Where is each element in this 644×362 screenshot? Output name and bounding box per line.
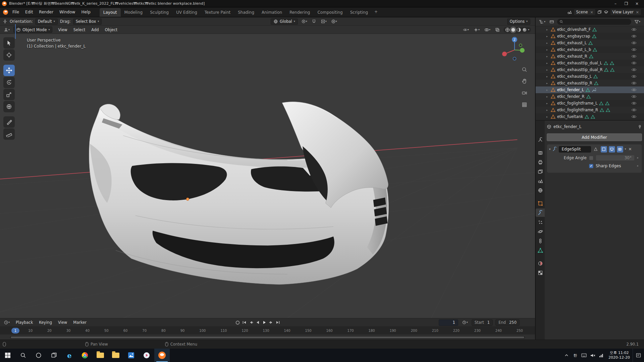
eye-visibility-icon[interactable] [631,28,637,31]
shading-solid-button[interactable] [511,27,516,32]
measure-tool[interactable] [3,128,15,140]
current-frame-field[interactable]: 1 [439,319,458,326]
tab-texture-paint[interactable]: Texture Paint [201,8,234,17]
tab-modifiers[interactable] [536,208,545,217]
object-visibility-dropdown[interactable]: ▾ [462,26,470,33]
file-explorer-icon[interactable] [93,349,108,362]
prev-keyframe-button[interactable] [249,320,253,324]
tab-sculpting[interactable]: Sculpting [146,8,172,17]
eye-visibility-icon[interactable] [631,108,637,112]
overlays-dropdown[interactable]: ▾ [483,26,491,33]
timeline-menu-marker[interactable]: Marker [70,320,90,325]
zoom-icon[interactable] [521,66,528,73]
disclosure-icon[interactable]: ▸ [546,109,549,112]
close-button[interactable]: × [632,0,642,7]
shading-wireframe-button[interactable] [505,27,510,32]
tab-scene[interactable] [536,177,545,185]
show-hidden-icons-chevron[interactable] [562,349,571,362]
outliner-item[interactable]: ▸ etkc_fender_L [536,86,644,93]
eye-visibility-icon[interactable] [631,35,637,38]
eye-visibility-icon[interactable] [631,41,637,45]
render-display-toggle[interactable] [617,146,623,153]
animate-dot-icon[interactable] [637,165,638,167]
gizmo-negative-z-axis[interactable] [513,57,516,60]
eye-visibility-icon[interactable] [631,68,637,71]
options-dropdown[interactable]: Options▾ [507,18,530,25]
play-reverse-button[interactable] [256,320,260,324]
tab-shading[interactable]: Shading [234,8,258,17]
tab-object-data[interactable] [536,246,545,254]
disclosure-icon[interactable]: ▸ [546,28,549,31]
network-icon[interactable] [597,349,606,362]
tab-scripting[interactable]: Scripting [346,8,372,17]
editor-type-dropdown[interactable]: ▾ [3,26,11,33]
viewport-menu-add[interactable]: Add [88,27,102,32]
disclosure-icon[interactable]: ▸ [546,62,549,65]
proportional-editing-dropdown[interactable]: ▾ [330,18,338,25]
outliner-item[interactable]: ▸ etkc_exhausttip_dual_R [536,66,644,73]
volume-muted-icon[interactable] [588,349,597,362]
edit-mode-toggle[interactable] [601,146,607,153]
scene-selector[interactable]: Scene× [574,9,595,15]
tab-output[interactable] [536,158,545,166]
xray-toggle[interactable] [494,26,501,33]
outliner-item[interactable]: ▸ etkc_exhausttip_L [536,73,644,80]
animate-dot-icon[interactable] [637,157,638,159]
action-center-button[interactable] [633,349,644,362]
select-box-tool[interactable] [3,37,15,49]
tab-rendering[interactable]: Rendering [286,8,314,17]
timeline-menu-view[interactable]: View [55,320,70,325]
sharp-edges-checkbox[interactable]: ✔ [589,164,593,168]
playhead-marker[interactable]: 1 [11,328,19,334]
delete-modifier-icon[interactable]: ✕ [629,147,632,152]
disclosure-icon[interactable]: ▸ [546,95,549,98]
outliner-search-input[interactable] [557,19,631,25]
disclosure-icon[interactable]: ▸ [546,82,549,85]
eye-visibility-icon[interactable] [631,48,637,51]
modifier-extras-dropdown[interactable]: ▾ [625,148,626,150]
eye-visibility-icon[interactable] [631,75,637,78]
rotate-tool[interactable] [3,77,15,88]
tab-material[interactable] [536,259,545,267]
disclosure-icon[interactable]: ▸ [546,115,549,118]
pivot-point-dropdown[interactable]: ▾ [300,18,308,25]
viewport-menu-object[interactable]: Object [102,27,120,32]
add-modifier-button[interactable]: Add Modifier [547,133,642,141]
viewport-menu-view[interactable]: View [55,27,70,32]
eye-visibility-icon[interactable] [631,61,637,65]
touch-keyboard-icon[interactable] [580,349,588,362]
move-tool[interactable] [3,65,15,76]
ortho-grid-icon[interactable] [521,101,528,108]
jump-to-end-button[interactable] [276,320,280,324]
tab-physics[interactable] [536,227,545,236]
media-app-icon[interactable] [139,349,154,362]
disclosure-icon[interactable]: ▸ [546,42,549,45]
tab-tool[interactable] [536,135,545,144]
task-view-button[interactable] [46,349,62,362]
disclosure-icon[interactable]: ▸ [546,102,549,105]
tab-texture[interactable] [536,268,545,277]
navigation-gizmo[interactable]: Z [500,35,529,65]
menu-window[interactable]: Window [56,7,78,17]
start-button[interactable] [0,349,15,362]
eye-visibility-icon[interactable] [631,55,637,58]
timeline-editor-type-dropdown[interactable]: ▾ [3,319,11,326]
outliner-item[interactable]: ▸ etkc_fender_R [536,93,644,100]
edge-angle-slider[interactable]: 30° [596,155,635,161]
eye-visibility-icon[interactable] [631,115,637,118]
menu-edit[interactable]: Edit [22,7,36,17]
jump-to-start-button[interactable] [242,320,247,324]
add-workspace-button[interactable]: + [372,7,380,16]
annotate-tool[interactable] [3,116,15,128]
outliner-item[interactable]: ▸ etkc_exhaust_R [536,53,644,60]
frame-start-field[interactable]: Start1 [472,319,493,326]
menu-help[interactable]: Help [78,7,93,17]
shading-material-button[interactable] [517,27,521,32]
viewport-menu-select[interactable]: Select [70,27,88,32]
blender-taskbar-icon[interactable] [154,349,170,362]
gizmo-negative-y-axis[interactable] [519,44,522,47]
disclosure-icon[interactable]: ▸ [546,35,549,38]
tab-constraints[interactable] [536,237,545,245]
mode-dropdown[interactable]: Object Mode▾ [13,26,52,33]
tab-particles[interactable] [536,218,545,226]
